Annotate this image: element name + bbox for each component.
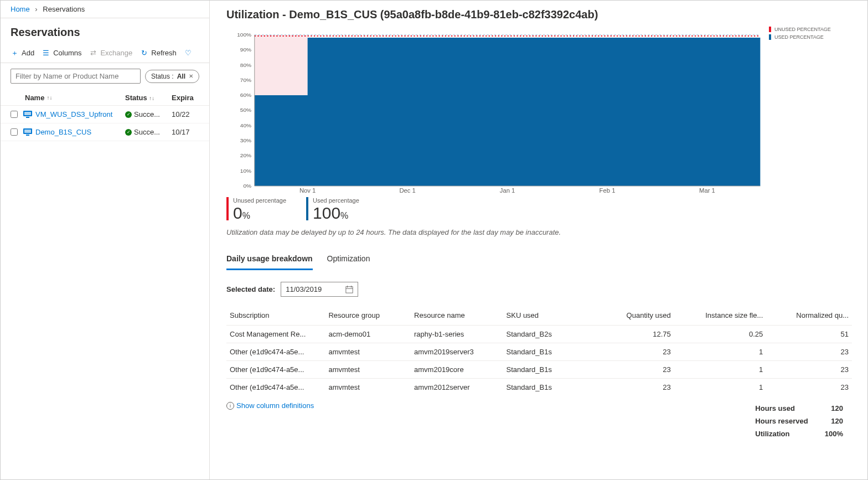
disclaimer-text: Utilization data may be delayed by up to… [226,228,852,236]
defs-link-label: Show column definitions [236,401,314,410]
clear-filter-icon[interactable]: ✕ [189,73,193,79]
legend-swatch-used [769,34,771,40]
tab-daily-usage[interactable]: Daily usage breakdown [226,250,313,270]
vm-icon [23,111,32,118]
add-button[interactable]: ＋ Add [11,49,34,57]
detail-title: Utilization - Demo_B1S_CUS (95a0a8fb-b8d… [226,8,852,21]
usage-table: SubscriptionResource groupResource nameS… [226,307,852,396]
col-name-label[interactable]: Name [25,94,44,102]
table-row: Cost Management Re...acm-demo01raphy-b1-… [226,326,852,343]
column-header[interactable]: Instance size fle... [674,307,767,326]
svg-text:Feb 1: Feb 1 [600,188,616,193]
col-expiration-label[interactable]: Expira [172,94,199,102]
status-filter-pill[interactable]: Status : All ✕ [145,70,199,83]
selected-date-input[interactable]: 11/03/2019 [281,282,358,297]
show-column-definitions-link[interactable]: i Show column definitions [226,401,314,410]
reservation-expiration: 10/22 [172,110,199,118]
status-pill-value: All [177,73,185,80]
col-status-label[interactable]: Status [125,94,147,102]
reservation-status: ✓Succe... [125,110,172,118]
vm-icon [23,128,32,136]
breadcrumb-current: Reservations [43,5,85,13]
hours-reserved-label: Hours reserved [747,415,815,427]
table-row: Other (e1d9c474-a5e...amvmtestamvm2012se… [226,379,852,396]
svg-text:50%: 50% [240,107,252,113]
svg-text:10%: 10% [240,168,252,173]
reservations-header: Name ↑↓ Status ↑↓ Expira [1,89,209,106]
selected-date-label: Selected date: [226,285,275,293]
metric-unused-value: 0 [233,204,242,222]
svg-rect-2 [26,117,29,118]
columns-icon: ☰ [42,49,50,57]
svg-text:70%: 70% [240,77,252,82]
svg-text:0%: 0% [243,183,251,189]
favorite-button[interactable]: ♡ [184,49,192,57]
svg-text:90%: 90% [240,47,252,53]
column-header[interactable]: Subscription [226,307,325,326]
utilization-label: Utilization [747,428,815,440]
reservation-expiration: 10/17 [172,128,199,136]
chart-legend: UNUSED PERCENTAGE USED PERCENTAGE [763,27,852,42]
utilization-value: 100% [817,428,851,440]
table-row: Other (e1d9c474-a5e...amvmtestamvm2019co… [226,361,852,379]
breadcrumb-sep: › [35,5,37,13]
hours-used-label: Hours used [747,402,815,414]
breadcrumb-home[interactable]: Home [11,5,30,13]
hours-reserved-value: 120 [817,415,851,427]
heart-icon: ♡ [184,49,192,57]
refresh-icon: ↻ [140,49,148,57]
metric-used-value: 100 [313,204,340,222]
metric-used: Used percentage 100% [306,197,359,223]
svg-rect-1 [24,112,31,115]
table-row[interactable]: Demo_B1S_CUS ✓Succe... 10/17 [1,123,209,141]
column-header[interactable]: Normalized qu... [766,307,852,326]
filter-input[interactable] [11,69,141,84]
svg-rect-5 [26,135,29,136]
exchange-label: Exchange [100,49,132,57]
svg-text:Mar 1: Mar 1 [699,188,715,193]
legend-used-label: USED PERCENTAGE [774,34,824,40]
svg-text:100%: 100% [237,32,251,38]
reservation-status: ✓Succe... [125,128,172,136]
legend-swatch-unused [769,27,771,32]
metric-used-label: Used percentage [313,197,359,204]
table-row: Other (e1d9c474-a5e...amvmtestamvm2019se… [226,343,852,361]
metric-bar-used [306,197,308,220]
column-header[interactable]: SKU used [503,307,589,326]
row-checkbox[interactable] [11,128,18,136]
metric-unused: Unused percentage 0% [226,197,286,223]
metric-bar-unused [226,197,229,220]
exchange-icon: ⇄ [89,49,97,57]
column-header[interactable]: Resource name [411,307,503,326]
svg-rect-37 [346,286,353,292]
tab-optimization[interactable]: Optimization [327,250,370,270]
metric-used-unit: % [340,211,348,220]
sort-icon[interactable]: ↑↓ [149,95,154,101]
svg-text:60%: 60% [240,92,252,98]
column-header[interactable]: Resource group [325,307,411,326]
reservation-link[interactable]: VM_WUS_DS3_Upfront [35,110,125,118]
info-icon: i [226,402,234,410]
summary-table: Hours used120 Hours reserved120 Utilizat… [746,401,852,441]
legend-unused-label: UNUSED PERCENTAGE [774,27,831,32]
row-checkbox[interactable] [11,111,18,118]
columns-button[interactable]: ☰ Columns [42,49,81,57]
svg-text:30%: 30% [240,138,252,143]
exchange-button[interactable]: ⇄ Exchange [89,49,132,57]
hours-used-value: 120 [817,402,851,414]
success-icon: ✓ [125,111,132,118]
status-pill-label: Status : [151,73,174,80]
table-row[interactable]: VM_WUS_DS3_Upfront ✓Succe... 10/22 [1,106,209,123]
column-header[interactable]: Quantity used [588,307,674,326]
calendar-icon [345,286,353,293]
page-title: Reservations [1,18,209,45]
refresh-button[interactable]: ↻ Refresh [140,49,177,57]
sort-icon[interactable]: ↑↓ [46,95,52,101]
utilization-chart[interactable]: 0%10%20%30%40%50%60%70%80%90%100% Nov 1D… [226,27,763,193]
svg-text:Jan 1: Jan 1 [500,188,515,193]
reservation-link[interactable]: Demo_B1S_CUS [35,128,125,136]
selected-date-value: 11/03/2019 [286,285,322,293]
svg-text:Dec 1: Dec 1 [399,188,416,193]
add-label: Add [22,49,34,57]
svg-text:80%: 80% [240,62,252,68]
